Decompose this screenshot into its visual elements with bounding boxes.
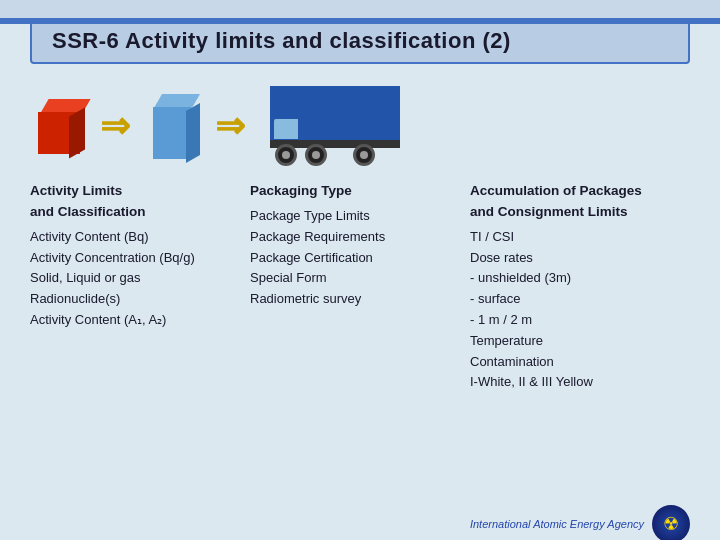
list-item: Special Form	[250, 268, 470, 289]
footer: International Atomic Energy Agency	[470, 505, 690, 540]
truck-wheel-1	[275, 144, 297, 166]
icons-row: ⇒ ⇒	[0, 64, 720, 176]
red-cube	[30, 99, 85, 154]
truck	[270, 86, 400, 166]
list-item: Temperature	[470, 331, 690, 352]
slide: SSR-6 Activity limits and classification…	[0, 18, 720, 540]
list-item: Package Type Limits	[250, 206, 470, 227]
top-border	[0, 18, 720, 24]
list-item: - surface	[470, 289, 690, 310]
column-accumulation: Accumulation of Packages and Consignment…	[470, 181, 690, 393]
list-item: Activity Content (A₁, A₂)	[30, 310, 250, 331]
col1-title: Activity Limits and Classification	[30, 181, 250, 223]
list-item: Contamination	[470, 352, 690, 373]
list-item: Radionuclide(s)	[30, 289, 250, 310]
col3-content: TI / CSI Dose rates - unshielded (3m) - …	[470, 227, 690, 393]
column-packaging: Packaging Type Package Type Limits Packa…	[250, 181, 470, 310]
truck-windshield	[274, 119, 298, 139]
list-item: Activity Concentration (Bq/g)	[30, 248, 250, 269]
list-item: TI / CSI	[470, 227, 690, 248]
list-item: - 1 m / 2 m	[470, 310, 690, 331]
arrow-icon-1: ⇒	[90, 111, 140, 141]
footer-text: International Atomic Energy Agency	[470, 518, 644, 530]
col1-content: Activity Content (Bq) Activity Concentra…	[30, 227, 250, 331]
cube-side	[69, 107, 85, 158]
truck-wheel-3	[353, 144, 375, 166]
col3-title: Accumulation of Packages and Consignment…	[470, 181, 690, 223]
blue-cube-side	[186, 102, 200, 162]
red-cube-icon	[30, 99, 85, 154]
truck-icon	[260, 86, 400, 166]
blue-cube-icon	[145, 94, 200, 159]
list-item: - unshielded (3m)	[470, 268, 690, 289]
col2-content: Package Type Limits Package Requirements…	[250, 206, 470, 310]
slide-title: SSR-6 Activity limits and classification…	[52, 28, 668, 54]
title-bar: SSR-6 Activity limits and classification…	[30, 18, 690, 64]
list-item: Package Certification	[250, 248, 470, 269]
truck-wheel-2	[305, 144, 327, 166]
list-item: Package Requirements	[250, 227, 470, 248]
col2-title: Packaging Type	[250, 181, 470, 202]
arrow-icon-2: ⇒	[205, 111, 255, 141]
column-activity: Activity Limits and Classification Activ…	[30, 181, 250, 331]
list-item: Radiometric survey	[250, 289, 470, 310]
content-row: Activity Limits and Classification Activ…	[0, 176, 720, 393]
blue-cube	[145, 94, 200, 159]
list-item: Activity Content (Bq)	[30, 227, 250, 248]
list-item: I-White, II & III Yellow	[470, 372, 690, 393]
list-item: Solid, Liquid or gas	[30, 268, 250, 289]
iaea-logo-icon	[652, 505, 690, 540]
list-item: Dose rates	[470, 248, 690, 269]
truck-cab	[270, 101, 305, 141]
